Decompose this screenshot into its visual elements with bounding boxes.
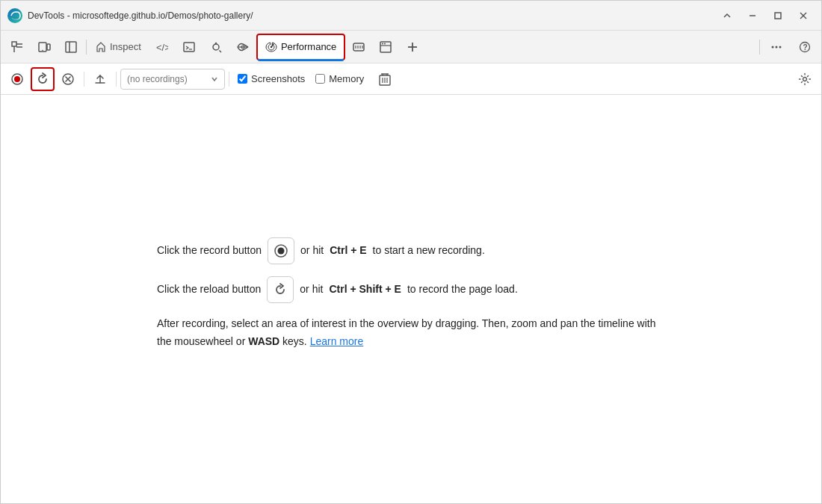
svg-rect-10	[47, 44, 50, 50]
reload-icon-box	[267, 276, 294, 303]
inst-after-after: keys.	[279, 335, 307, 347]
memory-checkbox[interactable]	[315, 74, 325, 84]
add-panel-button[interactable]	[399, 34, 426, 60]
learn-more-link[interactable]: Learn more	[310, 335, 364, 347]
toolbar-divider-2	[116, 72, 117, 87]
svg-point-32	[384, 43, 386, 44]
recording-toolbar: (no recordings) Screenshots Memory	[1, 63, 821, 95]
upload-button[interactable]	[88, 67, 112, 91]
devtools-tabbar: Inspect </> Performance	[1, 31, 821, 63]
svg-point-56	[278, 247, 285, 254]
inst-reload-after: to record the page load.	[407, 281, 518, 299]
recordings-dropdown[interactable]: (no recordings)	[120, 69, 225, 90]
svg-point-37	[779, 46, 782, 48]
inst-after-before: After recording, select an area of inter…	[157, 317, 655, 347]
clear-button[interactable]	[56, 67, 80, 91]
svg-point-17	[213, 44, 219, 50]
application-button[interactable]	[372, 34, 399, 60]
tab-separator-1	[86, 40, 87, 55]
window-title: DevTools - microsoftedge.github.io/Demos…	[28, 10, 711, 21]
svg-point-36	[776, 46, 778, 48]
memory-panel-button[interactable]	[345, 34, 372, 60]
minimize-button[interactable]	[741, 5, 764, 26]
inst-reload-shortcut: Ctrl + Shift + E	[329, 281, 401, 299]
help-button[interactable]: ?	[791, 34, 818, 60]
tab-welcome[interactable]: Inspect	[88, 34, 149, 60]
inst-record-or: or hit	[300, 242, 324, 260]
more-tools-group: ?	[758, 34, 818, 60]
device-emulation-button[interactable]	[31, 34, 58, 60]
svg-text:?: ?	[803, 43, 808, 52]
sidebar-toggle-button[interactable]	[58, 34, 84, 60]
performance-tab-label: Performance	[281, 41, 336, 52]
restore-button[interactable]	[766, 5, 790, 26]
inst-reload-before: Click the reload button	[157, 281, 261, 299]
record-icon-box	[268, 237, 294, 264]
record-button[interactable]	[5, 67, 29, 91]
main-content: Click the record button or hit Ctrl + E …	[1, 95, 821, 504]
tab-performance[interactable]: Performance	[256, 34, 345, 60]
memory-label-text: Memory	[329, 73, 364, 84]
inst-record-after: to start a new recording.	[373, 242, 485, 260]
instruction-record: Click the record button or hit Ctrl + E …	[157, 237, 665, 264]
svg-point-11	[42, 49, 43, 51]
svg-rect-2	[775, 13, 781, 19]
screenshots-checkbox-label[interactable]: Screenshots	[233, 73, 309, 84]
recordings-value: (no recordings)	[127, 74, 208, 84]
svg-point-41	[14, 76, 20, 82]
network-button[interactable]	[229, 34, 256, 60]
svg-rect-12	[66, 42, 76, 52]
toolbar-divider-1	[84, 72, 84, 87]
close-button[interactable]	[791, 5, 815, 26]
screenshots-label: Screenshots	[251, 73, 305, 84]
settings-button[interactable]	[793, 67, 817, 91]
title-bar: DevTools - microsoftedge.github.io/Demos…	[1, 1, 821, 31]
edge-logo	[7, 7, 23, 24]
svg-point-19	[215, 42, 217, 43]
reload-record-button[interactable]	[31, 67, 55, 91]
window-controls	[715, 5, 815, 26]
delete-button[interactable]	[373, 67, 397, 91]
inspect-element-button[interactable]	[4, 34, 31, 60]
inst-record-before: Click the record button	[157, 242, 262, 260]
collapse-button[interactable]	[715, 5, 739, 26]
inst-wasd: WASD	[248, 335, 279, 347]
svg-rect-5	[12, 42, 16, 46]
inst-reload-or: or hit	[300, 281, 323, 299]
instruction-reload: Click the reload button or hit Ctrl + Sh…	[157, 276, 665, 303]
toolbar-divider-3	[229, 72, 229, 87]
inst-record-shortcut: Ctrl + E	[330, 242, 366, 260]
svg-point-23	[271, 46, 272, 47]
svg-rect-15	[184, 43, 194, 52]
instruction-after-recording: After recording, select an area of inter…	[157, 315, 665, 351]
tab-separator-2	[759, 40, 760, 55]
debugger-button[interactable]	[203, 34, 229, 60]
memory-checkbox-label[interactable]: Memory	[311, 73, 368, 84]
svg-point-35	[772, 46, 774, 48]
console-button[interactable]	[176, 34, 203, 60]
instructions-panel: Click the record button or hit Ctrl + E …	[157, 237, 665, 363]
svg-line-18	[219, 50, 221, 52]
screenshots-checkbox[interactable]	[238, 74, 247, 84]
elements-button[interactable]: </>	[149, 34, 176, 60]
svg-text:</>: </>	[156, 42, 168, 53]
svg-point-54	[803, 77, 807, 81]
svg-point-31	[382, 43, 383, 44]
more-tools-button[interactable]	[763, 34, 790, 60]
